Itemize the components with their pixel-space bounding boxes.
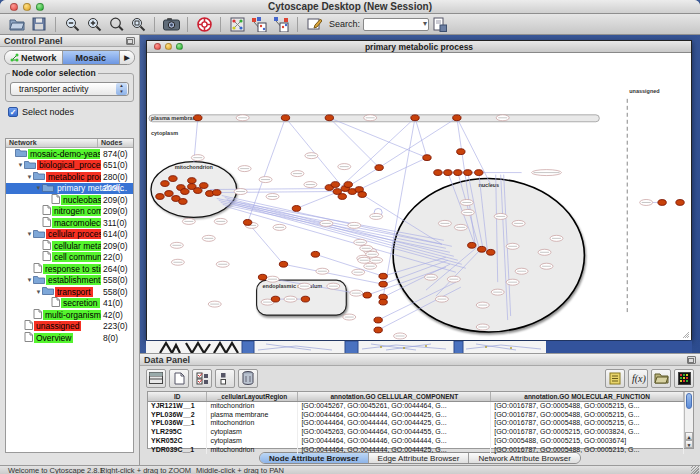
search-input[interactable]: ▾ [363, 18, 429, 31]
overview-icon[interactable] [226, 15, 248, 33]
tree-expand-icon[interactable]: ▼ [26, 174, 33, 180]
graph-node[interactable] [344, 182, 352, 188]
annotation-icon[interactable] [303, 15, 325, 33]
vizmapper-icon[interactable] [248, 15, 270, 33]
delete-attribute-icon[interactable] [238, 369, 258, 388]
resize-grip[interactable] [691, 466, 699, 474]
zoom-out-icon[interactable] [61, 15, 83, 33]
tab-network[interactable]: Network [5, 51, 63, 64]
save-icon[interactable] [28, 15, 50, 33]
graph-node[interactable] [374, 317, 382, 323]
graph-node[interactable] [292, 206, 300, 212]
tree-row-multi-organism-pro[interactable]: multi-organism pro42(0) [6, 309, 133, 321]
open-icon[interactable] [6, 15, 28, 33]
graph-node[interactable] [179, 199, 187, 205]
tree-row-nitrogen-compo[interactable]: nitrogen compo209(0) [6, 206, 133, 218]
tree-row-macromolecule[interactable]: macromolecule311(0) [6, 217, 133, 229]
graph-node[interactable] [181, 189, 189, 195]
graph-node[interactable] [444, 170, 452, 176]
graph-node[interactable] [411, 115, 419, 121]
table-row[interactable]: YJR121W__1mitochondrion[GO:0045267, GO:0… [148, 401, 684, 410]
zoom-fit-icon[interactable] [127, 15, 149, 33]
graph-node[interactable] [311, 251, 319, 257]
float-panel-icon[interactable] [126, 37, 135, 45]
graph-node[interactable] [338, 194, 346, 200]
tree-row-response-to-stimulu[interactable]: response to stimulu264(0) [6, 263, 133, 275]
graph-node[interactable] [281, 115, 289, 121]
attribute-list-icon[interactable] [605, 369, 625, 388]
graph-node[interactable] [169, 176, 177, 182]
import-attributes-icon[interactable] [651, 369, 671, 388]
graph-node[interactable] [363, 292, 371, 298]
tree-row-cell-communicat[interactable]: cell communicat22(0) [6, 252, 133, 264]
snapshot-icon[interactable] [160, 15, 182, 33]
tree-row-unassigned[interactable]: unassigned223(0) [6, 321, 133, 333]
canvas-resize-grip[interactable] [683, 332, 689, 338]
background-windows-strip[interactable] [146, 340, 692, 353]
scrollbar-thumb[interactable] [686, 393, 692, 409]
graph-node[interactable] [379, 273, 387, 279]
tab-mosaic[interactable]: Mosaic [63, 51, 121, 64]
tree-row-secretion[interactable]: secretion41(0) [6, 298, 133, 310]
graph-node[interactable] [271, 296, 279, 302]
save-attributes-icon[interactable] [429, 15, 451, 33]
tab-node-attribute-browser[interactable]: Node Attribute Browser [260, 453, 369, 463]
attribute-matrix-icon[interactable] [674, 369, 694, 388]
tab-overflow-button[interactable]: ▶ [120, 51, 134, 64]
layout-icon[interactable] [270, 15, 292, 33]
unselect-attributes-icon[interactable] [215, 369, 235, 388]
column-header[interactable]: ID [148, 392, 207, 401]
combo-stepper-icon[interactable]: ▲▼ [116, 83, 127, 95]
graph-node[interactable] [478, 246, 486, 252]
tree-expand-icon[interactable]: ▼ [35, 185, 42, 191]
graph-node[interactable] [188, 178, 196, 184]
graph-node[interactable] [161, 181, 169, 187]
tree-row-nucleobase[interactable]: nucleobase-209(0) [6, 194, 133, 206]
graph-node[interactable] [464, 170, 472, 176]
graph-node[interactable] [165, 191, 173, 197]
network-canvas[interactable]: plasma membranecytoplasmmitochondrionnuc… [147, 53, 691, 340]
tab-network-attribute-browser[interactable]: Network Attribute Browser [469, 453, 579, 463]
graph-node[interactable] [213, 190, 221, 196]
graph-node[interactable] [375, 165, 383, 171]
graph-node[interactable] [156, 194, 164, 200]
network-view-titlebar[interactable]: primary metabolic process [147, 41, 691, 53]
graph-node[interactable] [487, 249, 495, 255]
table-row[interactable]: YDR039C__1mitochondrion[GO:0044464, GO:0… [148, 445, 684, 454]
table-row[interactable]: YLR295Ccytoplasm[GO:0045263, GO:0044464,… [148, 427, 684, 436]
float-data-panel-icon[interactable] [687, 356, 696, 364]
column-header[interactable]: annotation.GO MOLECULAR_FUNCTION [491, 392, 684, 401]
graph-node[interactable] [468, 242, 476, 248]
tree-row-establishment-of-lo[interactable]: ▼establishment of lo558(0) [6, 275, 133, 287]
tree-row-primary-metabolic[interactable]: ▼primary metabolic209(... [6, 183, 133, 195]
graph-node[interactable] [658, 200, 666, 206]
graph-node[interactable] [331, 182, 339, 188]
tree-expand-icon[interactable]: ▼ [26, 277, 33, 283]
help-icon[interactable] [193, 15, 215, 33]
graph-node[interactable] [676, 200, 684, 206]
tab-edge-attribute-browser[interactable]: Edge Attribute Browser [369, 453, 470, 463]
zoom-selected-icon[interactable] [105, 15, 127, 33]
graph-node[interactable] [423, 155, 431, 161]
scroll-up-icon[interactable]: ▲ [685, 432, 693, 440]
graph-node[interactable] [200, 183, 208, 189]
graph-node[interactable] [243, 220, 251, 226]
tree-row-cellular-process[interactable]: ▼cellular process614(0) [6, 229, 133, 241]
table-scrollbar[interactable]: ▲ ▼ [684, 392, 693, 448]
graph-node[interactable] [379, 299, 387, 305]
graph-node[interactable] [434, 170, 442, 176]
graph-node[interactable] [453, 115, 461, 121]
graph-node[interactable] [301, 296, 309, 302]
graph-node[interactable] [374, 327, 382, 333]
graph-node[interactable] [194, 188, 202, 194]
select-nodes-checkbox[interactable]: ✓ Select nodes [8, 107, 139, 117]
graph-node[interactable] [379, 281, 387, 287]
clear-table-icon[interactable] [169, 369, 189, 388]
tree-row-biological-process[interactable]: ▼biological_process651(0) [6, 160, 133, 172]
graph-node[interactable] [454, 170, 462, 176]
tree-row-cellular-metabol[interactable]: cellular metabol209(0) [6, 240, 133, 252]
graph-node[interactable] [475, 170, 483, 176]
graph-node[interactable] [457, 149, 465, 155]
table-row[interactable]: YPL036W__1mitochondrion[GO:0044464, GO:0… [148, 419, 684, 428]
table-row[interactable]: YPL036W__2plasma membrane[GO:0044464, GO… [148, 410, 684, 419]
